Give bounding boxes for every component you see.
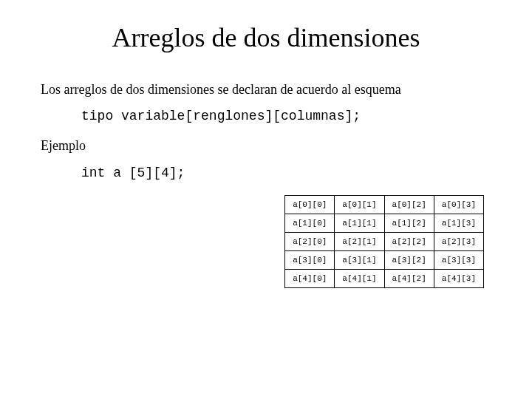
table-row: a[4][0] a[4][1] a[4][2] a[4][3] bbox=[285, 269, 484, 287]
table-cell: a[0][2] bbox=[384, 195, 434, 214]
array-index-table: a[0][0] a[0][1] a[0][2] a[0][3] a[1][0] … bbox=[284, 195, 484, 288]
table-cell: a[1][3] bbox=[434, 214, 483, 232]
table-cell: a[3][3] bbox=[434, 250, 483, 269]
table-row: a[3][0] a[3][1] a[3][2] a[3][3] bbox=[285, 250, 484, 269]
table-row: a[2][0] a[2][1] a[2][2] a[2][3] bbox=[285, 232, 484, 250]
page-title: Arreglos de dos dimensiones bbox=[41, 22, 491, 53]
table-cell: a[3][2] bbox=[384, 250, 434, 269]
syntax-code: tipo variable[renglones][columnas]; bbox=[81, 109, 491, 123]
table-cell: a[2][0] bbox=[285, 232, 335, 250]
table-cell: a[1][0] bbox=[285, 214, 335, 232]
table-cell: a[3][1] bbox=[335, 250, 384, 269]
table-row: a[1][0] a[1][1] a[1][2] a[1][3] bbox=[285, 214, 484, 232]
table-cell: a[4][0] bbox=[285, 269, 335, 287]
table-cell: a[2][1] bbox=[335, 232, 384, 250]
table-cell: a[4][3] bbox=[434, 269, 483, 287]
example-label: Ejemplo bbox=[41, 138, 491, 154]
table-cell: a[2][3] bbox=[434, 232, 483, 250]
table-cell: a[3][0] bbox=[285, 250, 335, 269]
example-code: int a [5][4]; bbox=[81, 166, 491, 180]
table-cell: a[4][2] bbox=[384, 269, 434, 287]
table-cell: a[4][1] bbox=[335, 269, 384, 287]
table-cell: a[2][2] bbox=[384, 232, 434, 250]
table-cell: a[1][1] bbox=[335, 214, 384, 232]
table-cell: a[0][3] bbox=[434, 195, 483, 214]
table-row: a[0][0] a[0][1] a[0][2] a[0][3] bbox=[285, 195, 484, 214]
intro-text: Los arreglos de dos dimensiones se decla… bbox=[41, 81, 491, 98]
table-cell: a[0][1] bbox=[335, 195, 384, 214]
array-table-container: a[0][0] a[0][1] a[0][2] a[0][3] a[1][0] … bbox=[41, 195, 491, 288]
table-cell: a[1][2] bbox=[384, 214, 434, 232]
table-cell: a[0][0] bbox=[285, 195, 335, 214]
